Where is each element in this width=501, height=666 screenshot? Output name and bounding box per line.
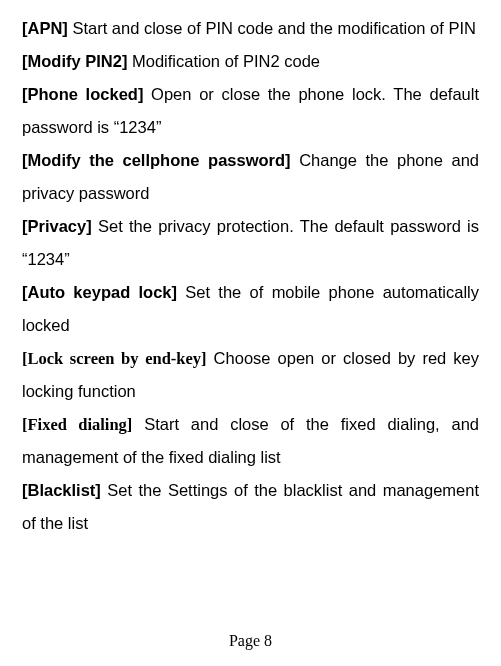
entry-apn: [APN] Start and close of PIN code and th… (22, 12, 479, 45)
entry-label: [Modify PIN2] (22, 52, 127, 70)
entry-fixed-dialing: [Fixed dialing] Start and close of the f… (22, 408, 479, 474)
page-footer: Page 8 (0, 632, 501, 650)
entry-text: Modification of PIN2 code (127, 52, 320, 70)
entry-label: [Privacy] (22, 217, 92, 235)
entry-label: [APN] (22, 19, 68, 37)
entry-lock-screen-end-key: [Lock screen by end-key] Choose open or … (22, 342, 479, 408)
entry-label: [Phone locked] (22, 85, 143, 103)
entry-label: [Blacklist] (22, 481, 101, 499)
entry-blacklist: [Blacklist] Set the Settings of the blac… (22, 474, 479, 540)
document-content: [APN] Start and close of PIN code and th… (22, 12, 479, 540)
entry-text: Start and close of PIN code and the modi… (68, 19, 476, 37)
entry-privacy: [Privacy] Set the privacy protection. Th… (22, 210, 479, 276)
entry-phone-locked: [Phone locked] Open or close the phone l… (22, 78, 479, 144)
entry-label: [Lock screen by end-key] (22, 349, 207, 368)
entry-label: [Auto keypad lock] (22, 283, 177, 301)
entry-modify-pin2: [Modify PIN2] Modification of PIN2 code (22, 45, 479, 78)
entry-label: [Modify the cellphone password] (22, 151, 291, 169)
entry-modify-cellphone-password: [Modify the cellphone password] Change t… (22, 144, 479, 210)
entry-label: [Fixed dialing] (22, 415, 132, 434)
entry-auto-keypad-lock: [Auto keypad lock] Set the of mobile pho… (22, 276, 479, 342)
document-page: [APN] Start and close of PIN code and th… (0, 0, 501, 666)
